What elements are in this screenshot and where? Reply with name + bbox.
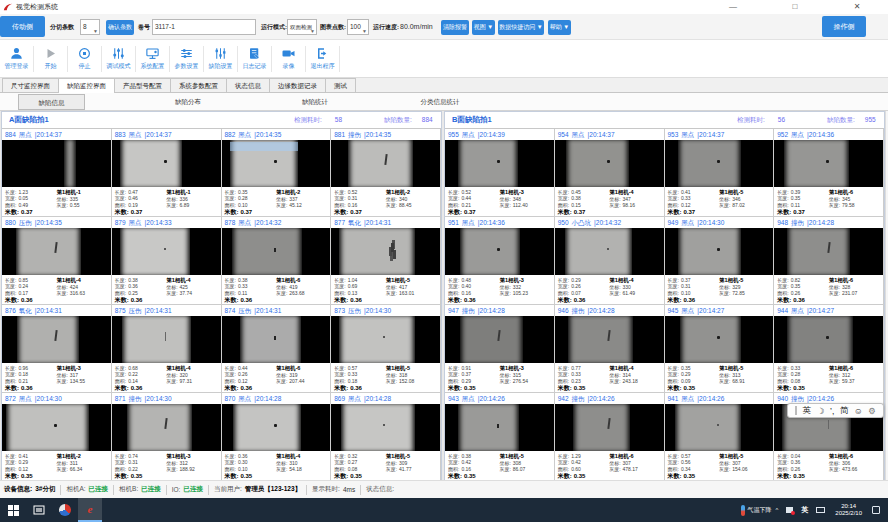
ime-lang[interactable]: 英: [803, 405, 812, 417]
defect-card[interactable]: 953黑点|20:14:37长度:0.41宽度:0.33面积:0.12米数:0.…: [665, 129, 775, 217]
defect-time: |20:14:26: [478, 395, 505, 402]
ime-grip[interactable]: [795, 406, 797, 415]
operator-side-button[interactable]: 操作侧: [822, 16, 866, 37]
meter-value: 0.37: [574, 209, 586, 215]
defect-type: 压伤: [19, 219, 32, 226]
detect-time-label: 检测耗时:: [737, 116, 765, 123]
toolbar-item-exit[interactable]: 退出程序: [306, 46, 339, 71]
defect-card[interactable]: 883黑点|20:14:37长度:0.47宽度:0.46面积:0.19米数:0.…: [112, 129, 222, 217]
data-quick-access-button[interactable]: 数据快捷访问 ▼: [498, 20, 544, 35]
volume-icon[interactable]: [786, 507, 793, 513]
defect-card[interactable]: 877氧化|20:14:31长度:1.04宽度:0.69面积:0.13米数:0.…: [331, 217, 441, 305]
width-value: 0.37: [461, 371, 471, 377]
defect-card[interactable]: 870黑点|20:14:28长度:0.36宽度:0.30面积:0.10米数:0.…: [222, 393, 332, 481]
ime-face-icon[interactable]: ☺: [854, 406, 863, 416]
tab-2[interactable]: 产品型号配置: [114, 78, 171, 92]
ime-settings-icon[interactable]: ⚙: [868, 406, 876, 416]
defect-card[interactable]: 880压伤|20:14:35长度:0.85宽度:0.24面积:0.17米数:0.…: [2, 217, 112, 305]
defect-card[interactable]: 879黑点|20:14:33长度:0.38宽度:0.36面积:0.25米数:0.…: [112, 217, 222, 305]
slit-count-select[interactable]: 8▼: [80, 19, 100, 35]
defect-card[interactable]: 873压伤|20:14:30长度:0.57宽度:0.33面积:0.18米数:0.…: [331, 305, 441, 393]
notification-icon[interactable]: [872, 506, 880, 514]
toolbar-item-defect[interactable]: 缺陷设置: [204, 46, 237, 71]
app-icon-browser[interactable]: [52, 498, 78, 522]
clock[interactable]: 20:142025/2/10: [835, 503, 862, 517]
defect-card[interactable]: 944黑点|20:14:27长度:0.33宽度:0.28面积:0.08米数:0.…: [774, 305, 884, 393]
defect-card[interactable]: 952黑点|20:14:36长度:0.39宽度:0.35面积:0.11米数:0.…: [774, 129, 884, 217]
run-mode-select[interactable]: 双面检测▼: [287, 19, 317, 35]
defect-info: 长度:0.04宽度:0.36面积:0.26米数:0.35第1相机-6坐标:306…: [774, 451, 883, 480]
defect-card[interactable]: 884黑点|20:14:37长度:1.23宽度:0.05面积:0.49米数:0.…: [2, 129, 112, 217]
subtab-1[interactable]: 缺陷分布: [158, 94, 218, 110]
tab-6[interactable]: 测试: [325, 78, 356, 92]
tab-0[interactable]: 尺寸监控界面: [2, 78, 59, 92]
area-value: 0.10: [681, 290, 691, 296]
chart-points-select[interactable]: 100▼: [347, 19, 369, 35]
maximize-button[interactable]: □: [764, 0, 826, 14]
defect-card[interactable]: 954黑点|20:14:37长度:0.45宽度:0.38面积:0.15米数:0.…: [555, 129, 665, 217]
defect-card[interactable]: 876氧化|20:14:31长度:0.96宽度:0.18面积:0.21米数:0.…: [2, 305, 112, 393]
defect-card[interactable]: 948撞伤|20:14:28长度:0.82宽度:0.35面积:0.26米数:0.…: [774, 217, 884, 305]
task-view-icon[interactable]: [26, 498, 52, 522]
defect-card[interactable]: 872黑点|20:14:30长度:0.41宽度:0.29面积:0.12米数:0.…: [2, 393, 112, 481]
tab-4[interactable]: 状态信息: [226, 78, 270, 92]
defect-card[interactable]: 951黑点|20:14:36长度:0.48宽度:0.40面积:0.16米数:0.…: [445, 217, 555, 305]
image-band: [348, 140, 413, 187]
defect-card[interactable]: 874压伤|20:14:31长度:0.44宽度:0.26面积:0.12米数:0.…: [222, 305, 332, 393]
ime-moon-icon[interactable]: ☽: [817, 406, 825, 416]
area-value: 0.26: [791, 466, 801, 472]
width-label: 宽度:: [558, 283, 569, 289]
tab-3[interactable]: 系统参数配置: [170, 78, 227, 92]
defect-card[interactable]: 942撞伤|20:14:26长度:1.29宽度:0.42面积:0.60米数:0.…: [555, 393, 665, 481]
toolbar-item-user[interactable]: 管理登录: [0, 46, 33, 71]
defect-card[interactable]: 950小凸坑|20:14:32长度:0.29宽度:0.26面积:0.07米数:0…: [555, 217, 665, 305]
toolbar-item-debug[interactable]: 调试模式: [102, 46, 135, 71]
clear-alarm-button[interactable]: 清除报警: [441, 20, 469, 35]
defect-card[interactable]: 871撞伤|20:14:30长度:0.74宽度:0.31面积:0.22米数:0.…: [112, 393, 222, 481]
toolbar-item-params[interactable]: 参数设置: [170, 46, 203, 71]
defect-card[interactable]: 869黑点|20:14:28长度:0.32宽度:0.27面积:0.08米数:0.…: [331, 393, 441, 481]
toolbar-item-system[interactable]: 系统配置: [136, 46, 169, 71]
ime-toolbar[interactable]: 英 ☽ ’, 简 ☺ ⚙: [787, 403, 884, 418]
defect-card[interactable]: 955黑点|20:14:39长度:0.52宽度:0.44面积:0.21米数:0.…: [445, 129, 555, 217]
tab-5[interactable]: 边缘数据记录: [269, 78, 326, 92]
defect-card[interactable]: 946撞伤|20:14:28长度:0.77宽度:0.33面积:0.23米数:0.…: [555, 305, 665, 393]
toolbar-item-play[interactable]: 开始: [34, 46, 67, 71]
minimize-button[interactable]: —: [702, 0, 764, 14]
drive-side-button[interactable]: 传动侧: [0, 16, 45, 37]
defect-card[interactable]: 881撞伤|20:14:35长度:0.52宽度:0.31面积:0.16米数:0.…: [331, 129, 441, 217]
active-app-icon[interactable]: e: [78, 498, 102, 522]
defect-card[interactable]: 878黑点|20:14:32长度:0.38宽度:0.33面积:0.11米数:0.…: [222, 217, 332, 305]
width-label: 宽度:: [225, 195, 236, 201]
toolbar-item-log[interactable]: 日志记录: [238, 46, 271, 71]
subtab-0[interactable]: 缺陷信息: [18, 94, 85, 110]
meter-value: 0.36: [793, 297, 805, 303]
defect-card[interactable]: 941黑点|20:14:26长度:0.57宽度:0.56面积:0.34米数:0.…: [665, 393, 775, 481]
toolbar-item-stop[interactable]: 停止: [68, 46, 101, 71]
defect-card[interactable]: 949黑点|20:14:30长度:0.37宽度:0.31面积:0.10米数:0.…: [665, 217, 775, 305]
tray-expand-icon[interactable]: ^: [775, 507, 778, 513]
keyboard-icon[interactable]: [816, 507, 825, 513]
defect-card[interactable]: 943黑点|20:14:26长度:0.38宽度:0.42面积:0.16米数:0.…: [445, 393, 555, 481]
input-language[interactable]: 英: [801, 505, 808, 515]
gray-value: 154.06: [732, 466, 747, 472]
ime-simplified[interactable]: 简: [840, 405, 849, 417]
length-value: 0.57: [681, 453, 691, 459]
subtab-2[interactable]: 缺陷统计: [285, 94, 345, 110]
confirm-count-button[interactable]: 确认条数: [106, 20, 134, 35]
defect-type: 黑点: [462, 219, 475, 226]
close-button[interactable]: ✕: [826, 0, 888, 14]
start-button[interactable]: [0, 498, 26, 522]
roll-input[interactable]: 3117-1: [152, 19, 256, 35]
subtab-3[interactable]: 分类信息统计: [400, 94, 480, 110]
defect-card[interactable]: 945黑点|20:14:27长度:0.35宽度:0.29面积:0.09米数:0.…: [665, 305, 775, 393]
toolbar-item-camera[interactable]: 录像: [272, 46, 305, 71]
tab-1[interactable]: 缺陷监控界面: [58, 78, 115, 93]
help-menu-button[interactable]: 帮助 ▼: [548, 20, 571, 35]
weather-text[interactable]: 气温下降: [747, 506, 771, 515]
defect-card[interactable]: 875压伤|20:14:31长度:0.68宽度:0.22面积:0.14米数:0.…: [112, 305, 222, 393]
view-menu-button[interactable]: 视图 ▼: [472, 20, 495, 35]
defect-card[interactable]: 947撞伤|20:14:28长度:0.91宽度:0.37面积:0.29米数:0.…: [445, 305, 555, 393]
ime-punct[interactable]: ’,: [830, 406, 834, 416]
defect-card[interactable]: 882黑点|20:14:35长度:0.35宽度:0.28面积:0.10米数:0.…: [222, 129, 332, 217]
